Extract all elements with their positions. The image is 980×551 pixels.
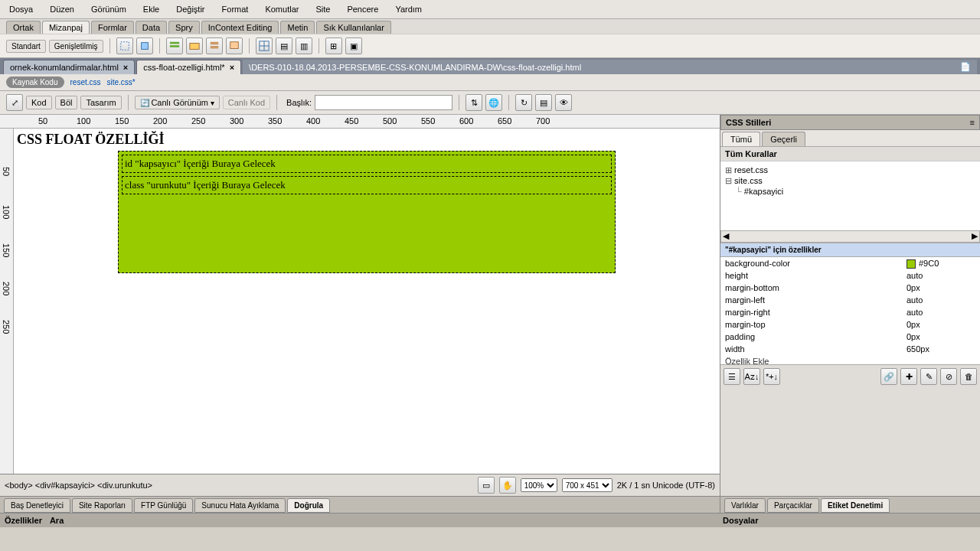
tag-breadcrumb[interactable]: <body> <div#kapsayici> <div.urunkutu> — [5, 481, 473, 490]
bt-dogrula[interactable]: Doğrula — [287, 498, 330, 513]
standart-button[interactable]: Standart — [6, 40, 46, 53]
title-input[interactable] — [315, 95, 452, 110]
tab-spry[interactable]: Spry — [168, 21, 200, 34]
frames-icon[interactable]: ⊞ — [325, 37, 342, 54]
canli-gorunum-button[interactable]: 🔄 Canlı Görünüm ▾ — [135, 96, 220, 109]
related-resetcss[interactable]: reset.css — [70, 78, 101, 86]
kapsayici-content-row[interactable]: id "kapsayıcı" İçeriği Buraya Gelecek — [122, 155, 612, 173]
menu-pencere[interactable]: Pencere — [344, 3, 381, 15]
bt-ftp[interactable]: FTP Günlüğü — [134, 498, 193, 513]
spry-accordion-icon[interactable] — [206, 37, 223, 54]
close-icon[interactable]: × — [123, 63, 128, 72]
css-styles-panel-head[interactable]: CSS Stilleri ≡ — [720, 115, 980, 130]
preview-browser-icon[interactable]: 🌐 — [485, 94, 502, 111]
hand-tool-icon[interactable]: ✋ — [499, 477, 516, 494]
canvas[interactable]: CSS FLOAT ÖZELLİĞİ id "kapsayıcı" İçeriğ… — [14, 129, 720, 474]
show-set-icon[interactable]: *+↓ — [763, 368, 780, 385]
tab-mizanpaj[interactable]: Mizanpaj — [42, 21, 90, 34]
menu-gorunum[interactable]: Görünüm — [88, 3, 129, 15]
disable-rule-icon[interactable]: ⊘ — [940, 368, 957, 385]
spry-menu-icon[interactable] — [166, 37, 183, 54]
bol-button[interactable]: Böl — [55, 96, 78, 109]
tab-sik[interactable]: Sık Kullanılanlar — [316, 21, 391, 34]
footer-ara[interactable]: Ara — [50, 516, 64, 525]
rules-tree[interactable]: reset.css site.css #kapsayici — [720, 161, 980, 230]
menu-dosya[interactable]: Dosya — [6, 3, 36, 15]
new-rule-icon[interactable]: ✚ — [900, 368, 917, 385]
tree-sitecss[interactable]: site.css — [725, 175, 975, 186]
close-icon[interactable]: × — [230, 63, 234, 72]
insert-div-icon[interactable] — [116, 37, 133, 54]
tab-metin[interactable]: Metin — [280, 21, 315, 34]
file-icon: 📄 — [960, 62, 971, 72]
urunkutu-content-row[interactable]: class "urunkutu" İçeriği Buraya Gelecek — [122, 176, 612, 194]
spry-tabbed-icon[interactable] — [186, 37, 203, 54]
menu-komutlar[interactable]: Komutlar — [262, 3, 302, 15]
insert-apdiv-icon[interactable] — [136, 37, 153, 54]
rbt-etiket[interactable]: Etiket Denetimi — [821, 498, 890, 513]
view-options-icon[interactable]: ▤ — [535, 94, 552, 111]
tree-scrollbar[interactable]: ◀▶ — [720, 230, 980, 243]
tree-kapsayici[interactable]: #kapsayici — [725, 186, 975, 197]
kapsayici-div[interactable]: id "kapsayıcı" İçeriği Buraya Gelecek cl… — [118, 151, 616, 273]
window-size-select[interactable]: 700 x 451 — [562, 478, 612, 492]
color-swatch[interactable] — [906, 259, 916, 269]
menu-ekle[interactable]: Ekle — [140, 3, 162, 15]
iframe-icon[interactable]: ▣ — [345, 37, 362, 54]
tab-formlar[interactable]: Formlar — [91, 21, 134, 34]
menu-format[interactable]: Format — [219, 3, 252, 15]
prop-row: padding0px — [720, 331, 980, 343]
panel-menu-icon[interactable]: ≡ — [970, 118, 975, 127]
show-list-icon[interactable]: Aᴢ↓ — [743, 368, 760, 385]
tab-ortak[interactable]: Ortak — [6, 21, 41, 34]
spry-collapsible-icon[interactable] — [226, 37, 243, 54]
table-icon[interactable] — [256, 37, 273, 54]
tree-resetcss[interactable]: reset.css — [725, 165, 975, 175]
doc-tab-label: ornek-konumlandirmalar.html — [10, 63, 119, 72]
status-bar: <body> <div#kapsayici> <div.urunkutu> ▭ … — [0, 474, 720, 496]
footer-bar: Özellikler Ara Dosyalar — [0, 513, 980, 527]
tasarim-button[interactable]: Tasarım — [80, 96, 121, 109]
svg-rect-0 — [120, 42, 129, 51]
bt-sunucu[interactable]: Sunucu Hata Ayıklama — [194, 498, 286, 513]
related-sitecss[interactable]: site.css* — [107, 78, 136, 86]
kod-button[interactable]: Kod — [26, 96, 52, 109]
menu-degistir[interactable]: Değiştir — [173, 3, 207, 15]
menu-yardim[interactable]: Yardım — [392, 3, 425, 15]
source-code-pill[interactable]: Kaynak Kodu — [6, 77, 64, 88]
insert-row-below-icon[interactable]: ▥ — [296, 37, 312, 54]
css-tab-gecerli[interactable]: Geçerli — [762, 132, 805, 146]
svg-rect-6 — [210, 46, 218, 49]
bt-site[interactable]: Site Raporları — [72, 498, 132, 513]
menu-site[interactable]: Site — [312, 3, 333, 15]
insert-row-above-icon[interactable]: ▤ — [276, 37, 292, 54]
css-tab-tumu[interactable]: Tümü — [722, 132, 760, 146]
genisletilmis-button[interactable]: Genişletilmiş — [49, 40, 103, 53]
file-management-icon[interactable]: ⇅ — [466, 94, 482, 111]
doc-path: \DERS-010-18.04.2013-PERSEMBE-CSS-KONUML… — [243, 60, 977, 74]
doc-tab-ornek[interactable]: ornek-konumlandirmalar.html × — [3, 60, 135, 74]
svg-rect-3 — [169, 45, 178, 47]
doc-tab-cssfloat[interactable]: css-float-ozelligi.html* × — [136, 60, 241, 74]
main-menubar: Dosya Düzen Görünüm Ekle Değiştir Format… — [0, 0, 980, 19]
expand-icon[interactable]: ⤢ — [6, 94, 23, 111]
svg-rect-5 — [210, 42, 218, 45]
visual-aids-icon[interactable]: 👁 — [555, 94, 572, 111]
rbt-varliklar[interactable]: Varlıklar — [724, 498, 766, 513]
bt-bas[interactable]: Baş Denetleyici — [4, 498, 70, 513]
footer-dosyalar[interactable]: Dosyalar — [723, 516, 975, 525]
refresh-icon[interactable]: ↻ — [515, 94, 532, 111]
tab-incontext[interactable]: InContext Editing — [201, 21, 279, 34]
zoom-select[interactable]: 100% — [521, 478, 557, 492]
show-category-icon[interactable]: ☰ — [724, 368, 740, 385]
properties-table[interactable]: background-color#9C0 heightauto margin-b… — [720, 257, 980, 364]
edit-rule-icon[interactable]: ✎ — [920, 368, 937, 385]
rbt-parcaciklar[interactable]: Parçacıklar — [767, 498, 819, 513]
delete-rule-icon[interactable]: 🗑 — [960, 368, 977, 385]
footer-ozellikler[interactable]: Özellikler — [5, 516, 42, 525]
attach-css-icon[interactable]: 🔗 — [880, 368, 897, 385]
select-tool-icon[interactable]: ▭ — [478, 477, 495, 494]
css-mode-tabs: Tümü Geçerli — [720, 130, 980, 147]
tab-data[interactable]: Data — [136, 21, 167, 34]
menu-duzen[interactable]: Düzen — [47, 3, 77, 15]
